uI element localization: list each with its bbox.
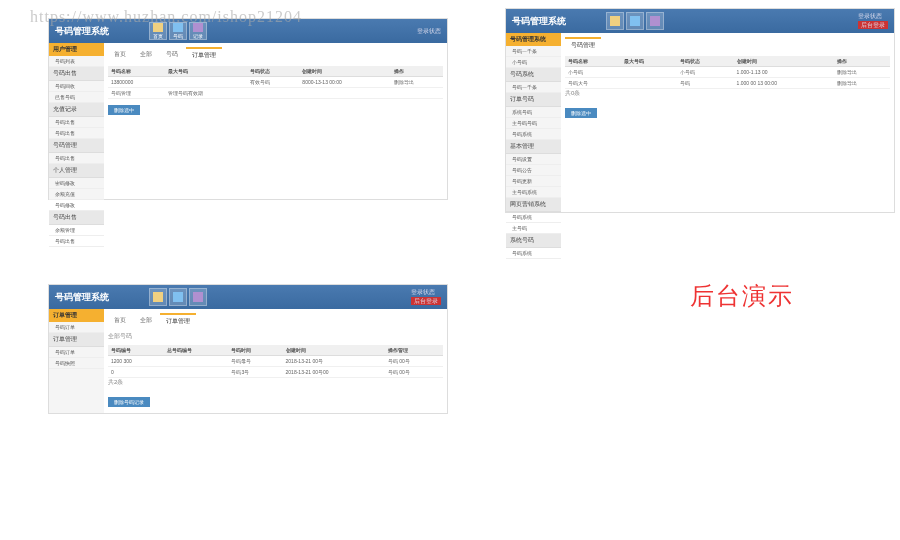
sb-cat[interactable]: 网页营销系统 (506, 198, 561, 212)
tab[interactable]: 首页 (108, 47, 132, 62)
sb-item[interactable]: 号码订单 (49, 347, 104, 358)
nav-record[interactable] (189, 288, 207, 306)
record-icon (650, 16, 660, 26)
sb-item[interactable]: 号码系统 (506, 129, 561, 140)
delete-btn[interactable]: 删除选中 (108, 105, 140, 115)
table-row[interactable]: 0号码3号2018-13-21 00号00号码 00号 (108, 367, 443, 378)
sb-item[interactable]: 号码系统 (506, 248, 561, 259)
sb-item[interactable]: 号码出售 (49, 236, 104, 247)
sb-item[interactable]: 系统号码 (506, 107, 561, 118)
tabs: 号码管理 (565, 37, 890, 52)
topbar: 号码管理系统 登录状态后台登录 (506, 9, 894, 33)
sb-item[interactable]: 号码出售 (49, 128, 104, 139)
app-title: 号码管理系统 (512, 15, 566, 28)
sb-cat[interactable]: 号码出售 (49, 67, 104, 81)
sb-item[interactable]: 余额管理 (49, 225, 104, 236)
table-row[interactable]: 小号码小号码1.000-1.13 00删除导出 (565, 67, 890, 78)
sb-cat[interactable]: 系统号码 (506, 234, 561, 248)
data-table: 号码名称最大号码号码状态创建时间操作 小号码小号码1.000-1.13 00删除… (565, 56, 890, 89)
sb-cat[interactable]: 订单号码 (506, 93, 561, 107)
table-row[interactable]: 13800000有效号码8000-13-13 00:00删除导出 (108, 77, 443, 88)
sb-item[interactable]: 号码一千条 (506, 82, 561, 93)
sb-cat[interactable]: 号码出售 (49, 211, 104, 225)
sb-cat[interactable]: 号码系统 (506, 68, 561, 82)
sb-item[interactable]: 号码出售 (49, 117, 104, 128)
tab[interactable]: 号码 (160, 47, 184, 62)
delete-btn[interactable]: 删除选中 (565, 108, 597, 118)
admin-panel-3: 号码管理系统 登录状态后台登录 订单管理 号码订单 订单管理 号码订单 号码快照… (48, 284, 448, 414)
user-info: 登录状态后台登录 (858, 12, 888, 30)
sb-item[interactable]: 主号码号码 (506, 118, 561, 129)
nav-icons (606, 12, 664, 30)
tab[interactable]: 首页 (108, 313, 132, 328)
sb-item[interactable]: 号码列表 (49, 56, 104, 67)
sb-item[interactable]: 号码出售 (49, 153, 104, 164)
sb-item[interactable]: 小号码 (506, 57, 561, 68)
sb-item[interactable]: 号码更新 (506, 176, 561, 187)
demo-label: 后台演示 (690, 280, 794, 312)
tabs: 首页 全部 号码 订单管理 (108, 47, 443, 62)
table-header: 号码编号总号码编号号码时间创建时间操作管理 (108, 345, 443, 356)
row-count: 共0条 (565, 89, 890, 98)
tab[interactable]: 全部 (134, 313, 158, 328)
table-row[interactable]: 号码大号号码1.000 00 13 00:00删除导出 (565, 78, 890, 89)
sb-cat[interactable]: 个人管理 (49, 164, 104, 178)
nav-home[interactable] (149, 288, 167, 306)
sb-cat[interactable]: 订单管理 (49, 333, 104, 347)
home-icon (153, 292, 163, 302)
sb-item[interactable]: 密码修改 (49, 178, 104, 189)
nav-number[interactable] (169, 288, 187, 306)
row-count: 共2条 (108, 378, 443, 387)
number-icon (173, 292, 183, 302)
tab-active[interactable]: 订单管理 (186, 47, 222, 62)
data-table: 号码编号总号码编号号码时间创建时间操作管理 1200 300号码母号2018-1… (108, 345, 443, 378)
sb-item[interactable]: 号码一千条 (506, 46, 561, 57)
sb-cat[interactable]: 基本管理 (506, 140, 561, 154)
sb-item[interactable]: 号码回收 (49, 81, 104, 92)
sb-item[interactable]: 号码系统 (506, 212, 561, 223)
watermark-text: https://www.huzhan.com/ishop21204 (30, 8, 302, 26)
nav-home[interactable] (606, 12, 624, 30)
sb-item[interactable]: 号码设置 (506, 154, 561, 165)
sb-cat[interactable]: 号码管理 (49, 139, 104, 153)
tab-active[interactable]: 订单管理 (160, 313, 196, 328)
app-title: 号码管理系统 (55, 25, 109, 38)
sb-item[interactable]: 号码快照 (49, 358, 104, 369)
table-header: 号码名称最大号码号码状态创建时间操作 (108, 66, 443, 77)
sb-item[interactable]: 主号码系统 (506, 187, 561, 198)
sb-item[interactable]: 已售号码 (49, 92, 104, 103)
table-row[interactable]: 号码管理管理号码有效期 (108, 88, 443, 99)
sidebar-head: 号码管理系统 (506, 33, 561, 46)
data-table: 号码名称最大号码号码状态创建时间操作 13800000有效号码8000-13-1… (108, 66, 443, 99)
delete-btn[interactable]: 删除号码记录 (108, 397, 150, 407)
table-header: 号码名称最大号码号码状态创建时间操作 (565, 56, 890, 67)
tab-active[interactable]: 号码管理 (565, 37, 601, 52)
record-icon (193, 292, 203, 302)
content: 首页 全部 订单管理 全部号码 号码编号总号码编号号码时间创建时间操作管理 12… (104, 309, 447, 413)
nav-number[interactable] (626, 12, 644, 30)
user-info: 登录状态 (417, 27, 441, 36)
content: 号码管理 号码名称最大号码号码状态创建时间操作 小号码小号码1.000-1.13… (561, 33, 894, 212)
tab[interactable]: 全部 (134, 47, 158, 62)
sb-item[interactable]: 余额充值 (49, 189, 104, 200)
number-icon (630, 16, 640, 26)
sidebar: 号码管理系统 号码一千条 小号码 号码系统 号码一千条 订单号码 系统号码 主号… (506, 33, 561, 212)
sb-item[interactable]: 主号码 (506, 223, 561, 234)
sidebar: 用户管理 号码列表 号码出售 号码回收 已售号码 充值记录 号码出售 号码出售 … (49, 43, 104, 199)
app-title: 号码管理系统 (55, 291, 109, 304)
sb-item[interactable]: 号码修改 (49, 200, 104, 211)
nav-record[interactable] (646, 12, 664, 30)
sidebar-head: 用户管理 (49, 43, 104, 56)
home-icon (610, 16, 620, 26)
topbar: 号码管理系统 登录状态后台登录 (49, 285, 447, 309)
nav-icons (149, 288, 207, 306)
tabs: 首页 全部 订单管理 (108, 313, 443, 328)
sb-item[interactable]: 号码订单 (49, 322, 104, 333)
toolbar: 全部号码 (108, 332, 443, 341)
sb-cat[interactable]: 充值记录 (49, 103, 104, 117)
table-row[interactable]: 1200 300号码母号2018-13-21 00号号码 00号 (108, 356, 443, 367)
sidebar-head: 订单管理 (49, 309, 104, 322)
admin-panel-2: 号码管理系统 登录状态后台登录 号码管理系统 号码一千条 小号码 号码系统 号码… (505, 8, 895, 213)
sb-item[interactable]: 号码公告 (506, 165, 561, 176)
user-info: 登录状态后台登录 (411, 288, 441, 306)
